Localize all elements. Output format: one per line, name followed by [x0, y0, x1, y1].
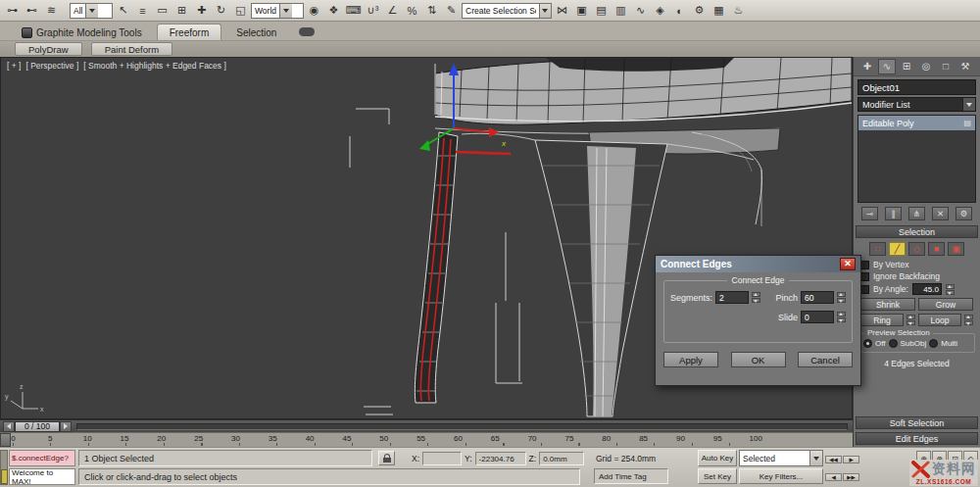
snap-toggle-3d-icon[interactable]: ∪³ [364, 2, 382, 20]
slide-field[interactable]: 0 [801, 311, 834, 323]
keyboard-override-icon[interactable]: ⌨ [344, 2, 363, 20]
ok-button[interactable]: OK [731, 352, 786, 367]
select-move-icon[interactable]: ✚ [192, 2, 211, 20]
modifier-stack[interactable]: Editable Poly ▤ [858, 115, 976, 203]
render-production-icon[interactable]: ♨ [729, 2, 748, 20]
maxscript-listener-field[interactable]: Welcome to MAX! [9, 468, 75, 485]
slide-spinner[interactable] [837, 312, 846, 322]
bind-to-spacewarp-icon[interactable]: ≋ [42, 2, 61, 20]
material-editor-icon[interactable]: ◐ [670, 2, 689, 20]
selection-filter-dropdown[interactable]: All [70, 3, 113, 19]
edit-edges-rollout-header[interactable]: Edit Edges [856, 432, 978, 445]
key-selection-dropdown[interactable]: Selected [739, 450, 823, 466]
chevron-down-icon[interactable] [809, 451, 822, 465]
chevron-down-icon[interactable] [962, 98, 975, 111]
loop-button[interactable]: Loop [918, 314, 961, 326]
show-end-result-icon[interactable]: ∥ [885, 207, 902, 220]
layer-manager-icon[interactable]: ▤ [592, 2, 611, 20]
macro-recorder-field[interactable]: $.connectEdge? [9, 450, 75, 466]
tab-selection[interactable]: Selection [224, 24, 288, 40]
ring-spinner[interactable] [906, 315, 915, 325]
spinner-snap-icon[interactable]: ⇅ [422, 2, 441, 20]
viewport-menu-shading[interactable]: [ Smooth + Highlights + Edged Faces ] [83, 61, 226, 71]
object-name-field[interactable]: Object01 [858, 79, 976, 95]
viewport-menu-general[interactable]: [ + ] [7, 61, 21, 71]
by-angle-spinner[interactable] [946, 284, 955, 295]
x-coordinate-field[interactable] [422, 452, 462, 465]
utilities-tab-icon[interactable]: ⚒ [956, 59, 974, 74]
segments-spinner[interactable] [752, 292, 760, 303]
element-subobject-icon[interactable]: ▣ [948, 242, 964, 256]
apply-button[interactable]: Apply [663, 352, 718, 367]
viewport-menu-pov[interactable]: [ Perspective ] [25, 61, 78, 71]
soft-selection-rollout-header[interactable]: Soft Selection [856, 416, 978, 429]
goto-start-button[interactable]: ◀◀ [825, 456, 842, 463]
select-and-link-icon[interactable]: ⊶ [3, 2, 22, 20]
vertex-subobject-icon[interactable]: ∷ [869, 242, 886, 256]
create-tab-icon[interactable]: ✚ [858, 59, 876, 74]
cancel-button[interactable]: Cancel [798, 352, 853, 367]
grow-button[interactable]: Grow [918, 298, 973, 311]
angle-snap-icon[interactable]: ∠ [383, 2, 402, 20]
render-setup-icon[interactable]: ⚙ [690, 2, 709, 20]
shrink-button[interactable]: Shrink [860, 298, 915, 311]
z-coordinate-field[interactable]: 0.0mm [539, 452, 584, 465]
pinch-spinner[interactable] [837, 292, 846, 303]
by-vertex-checkbox[interactable] [860, 261, 869, 269]
add-time-tag-field[interactable]: Add Time Tag [594, 468, 668, 484]
track-bar[interactable] [76, 423, 848, 430]
select-object-icon[interactable]: ↖ [114, 2, 132, 20]
tab-graphite-modeling-tools[interactable]: Graphite Modeling Tools [10, 24, 154, 40]
create-selection-set-dropdown[interactable]: Create Selection Se [462, 3, 552, 19]
select-manipulate-icon[interactable]: ❖ [324, 2, 343, 20]
preview-multi-radio[interactable] [929, 339, 938, 348]
auto-key-button[interactable]: Auto Key [698, 450, 737, 466]
chevron-down-icon[interactable] [539, 4, 551, 18]
rendered-frame-icon[interactable]: ▦ [710, 2, 728, 20]
set-key-button[interactable]: Set Key [698, 468, 737, 484]
use-pivot-center-icon[interactable]: ◉ [305, 2, 323, 20]
select-rotate-icon[interactable]: ↻ [212, 2, 230, 20]
graphite-toggle-icon[interactable]: ▥ [612, 2, 630, 20]
time-slider-track[interactable]: 0 / 100 [0, 419, 853, 432]
polydraw-panel-button[interactable]: PolyDraw [15, 42, 82, 56]
chevron-down-icon[interactable] [279, 4, 292, 18]
configure-modifier-sets-icon[interactable]: ⚙ [956, 207, 972, 220]
paint-deform-panel-button[interactable]: Paint Deform [91, 42, 172, 56]
y-coordinate-field[interactable]: -22304.76 [475, 452, 526, 465]
schematic-view-icon[interactable]: ◈ [651, 2, 669, 20]
motion-tab-icon[interactable]: ◎ [917, 59, 935, 74]
edge-subobject-icon[interactable]: ╱ [889, 242, 906, 256]
dialog-titlebar[interactable]: Connect Edges ✕ [656, 256, 860, 272]
pinch-field[interactable]: 60 [801, 291, 834, 304]
pin-stack-icon[interactable]: ⊸ [861, 207, 878, 220]
curve-editor-icon[interactable]: ∿ [631, 2, 650, 20]
border-subobject-icon[interactable]: ◇ [908, 242, 925, 256]
mirror-icon[interactable]: ⋈ [553, 2, 571, 20]
time-slider-button[interactable]: 0 / 100 [15, 421, 60, 432]
prev-frame-button[interactable]: ◀ [825, 473, 842, 481]
reference-coordinate-dropdown[interactable]: World [251, 3, 304, 19]
tab-freeform[interactable]: Freeform [157, 24, 222, 40]
polygon-subobject-icon[interactable]: ■ [928, 242, 945, 256]
display-tab-icon[interactable]: □ [937, 59, 955, 74]
stack-item-editable-poly[interactable]: Editable Poly ▤ [858, 116, 975, 130]
hierarchy-tab-icon[interactable]: ⊞ [898, 59, 915, 74]
segments-field[interactable]: 2 [715, 291, 749, 304]
modify-tab-icon[interactable]: ∿ [878, 59, 896, 74]
preview-subobj-radio[interactable] [889, 339, 898, 348]
maxscript-mini-listener-tab[interactable] [1, 469, 8, 484]
by-angle-field[interactable]: 45.0 [912, 283, 942, 295]
selection-rollout-header[interactable]: Selection [856, 225, 978, 238]
remove-modifier-icon[interactable]: ✕ [932, 207, 949, 220]
select-by-name-icon[interactable]: ≡ [133, 2, 152, 20]
ribbon-minimize-button[interactable] [299, 27, 315, 36]
align-icon[interactable]: ▣ [572, 2, 591, 20]
chevron-down-icon[interactable] [85, 4, 98, 18]
percent-snap-icon[interactable]: % [403, 2, 421, 20]
selection-region-icon[interactable]: ▭ [153, 2, 172, 20]
by-angle-checkbox[interactable] [860, 285, 869, 294]
preview-off-radio[interactable] [863, 339, 872, 348]
play-button[interactable]: ▶ [843, 456, 859, 463]
timeline-ruler[interactable]: 0510152025303540455055606570758085909510… [0, 432, 853, 447]
